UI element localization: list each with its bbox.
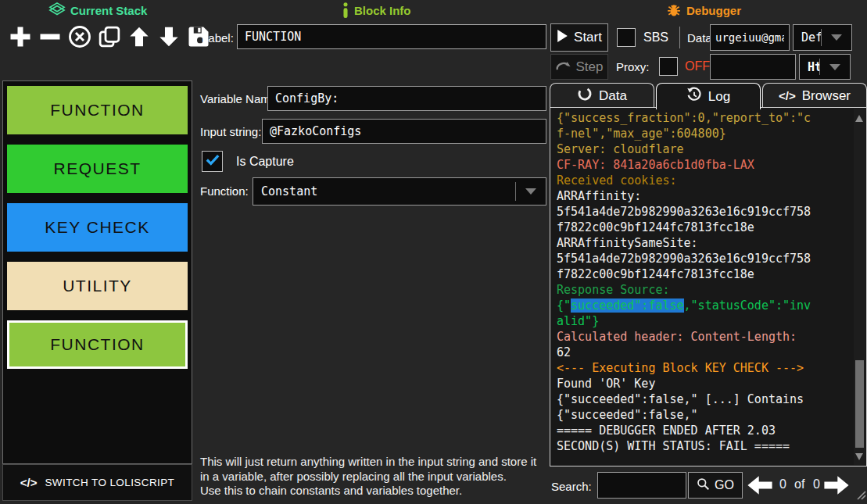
arrow-left-icon: [747, 484, 772, 498]
log-line: Found 'OR' Key: [557, 376, 854, 391]
divider: [819, 59, 820, 75]
proxy-type-dropdown[interactable]: Ht: [799, 54, 851, 80]
switch-to-loliscript-button[interactable]: </> SWITCH TO LOLISCRIPT: [2, 464, 192, 501]
search-result-total: 0: [813, 477, 820, 491]
search-input[interactable]: [597, 472, 686, 499]
stacker-window: Current Stack Block Info Debugger: [0, 0, 867, 504]
stack-block-utility[interactable]: UTILITY: [7, 262, 188, 310]
stack-list: FUNCTIONREQUESTKEY CHECKUTILITYFUNCTION: [2, 80, 192, 464]
chevron-down-icon: [831, 34, 842, 41]
proxy-type-value: Ht: [800, 60, 819, 74]
info-icon: [342, 2, 349, 18]
bug-icon: [666, 2, 682, 18]
data-input[interactable]: [710, 24, 790, 51]
search-icon: [697, 477, 710, 494]
search-result-of: of: [794, 477, 804, 491]
function-caption: Function:: [200, 184, 249, 198]
variable-name-input[interactable]: [267, 86, 546, 111]
search-result-current: 0: [779, 477, 786, 491]
log-lines: {"success_fraction":0,"report_to":"cf-ne…: [550, 108, 854, 466]
proxy-input[interactable]: [710, 54, 796, 80]
step-button[interactable]: Step: [550, 54, 608, 80]
stack-block-function[interactable]: FUNCTION: [7, 86, 188, 134]
tab-log[interactable]: Log: [656, 83, 761, 109]
code-icon: </>: [20, 476, 38, 489]
log-line: ===== DEBUGGER ENDED AFTER 2.03: [557, 423, 854, 438]
log-line: f-nel","max_age":604800}: [557, 126, 854, 141]
log-line: SECOND(S) WITH STATUS: FAIL =====: [557, 438, 854, 454]
block-info-label: Block Info: [354, 4, 411, 17]
arrow-down-icon: [158, 25, 180, 48]
scroll-up-arrow[interactable]: [855, 115, 863, 122]
scroll-down-arrow[interactable]: [855, 453, 863, 460]
stack-block-key-check[interactable]: KEY CHECK: [7, 203, 188, 252]
minus-icon: [38, 25, 62, 48]
chevron-down-icon: [525, 188, 536, 195]
clone-icon: [98, 25, 121, 48]
check-icon: [206, 154, 220, 169]
chevron-down-icon: [829, 64, 840, 70]
function-dropdown[interactable]: Constant: [253, 177, 546, 206]
log-line: Response Source:: [557, 282, 854, 298]
add-block-button[interactable]: [6, 23, 34, 51]
move-up-button[interactable]: [125, 23, 152, 51]
label-input[interactable]: [237, 24, 546, 49]
debugger-tabs: Data Log </> Browser: [550, 83, 867, 108]
log-line: f7822c00c9bf1244fc7813fcc18e: [557, 220, 854, 235]
switch-button-label: SWITCH TO LOLISCRIPT: [45, 477, 174, 488]
block-description: This will just return anything written i…: [200, 455, 550, 499]
sbs-label: SBS: [643, 30, 668, 45]
scroll-thumb[interactable]: [855, 360, 864, 448]
stack-block-request[interactable]: REQUEST: [7, 145, 188, 193]
block-info-title: Block Info: [342, 2, 411, 18]
label-field-caption: Label:: [202, 31, 234, 45]
clear-stack-button[interactable]: [66, 23, 93, 51]
debugger-title: Debugger: [666, 2, 741, 18]
sbs-checkbox[interactable]: [617, 28, 636, 47]
tab-data[interactable]: Data: [550, 83, 654, 108]
arrow-right-icon: [824, 484, 849, 498]
divider: [821, 29, 822, 46]
is-capture-checkbox[interactable]: [202, 151, 223, 172]
stack-toolbar: [6, 23, 212, 51]
input-string-caption: Input string:: [200, 125, 261, 138]
stack-block-function[interactable]: FUNCTION: [7, 320, 188, 369]
log-line: {"succeeded":false," [...] Contains: [557, 391, 854, 407]
arrow-up-icon: [128, 25, 150, 48]
proxy-caption: Proxy:: [616, 60, 650, 73]
function-value: Constant: [253, 184, 515, 198]
code-icon: </>: [779, 89, 796, 102]
tab-browser[interactable]: </> Browser: [762, 83, 867, 108]
log-line: 5f541a4de72b982990a3263e16c919ccf758: [557, 251, 854, 266]
layers-icon: [48, 2, 66, 18]
prev-result-button[interactable]: [747, 475, 772, 499]
log-line: 62: [557, 345, 854, 360]
proxy-checkbox[interactable]: [659, 57, 678, 76]
remove-block-button[interactable]: [36, 23, 63, 51]
divider: [679, 27, 680, 48]
log-line: {"succeeded":false,": [557, 407, 854, 423]
log-line: Received cookies:: [557, 173, 854, 188]
log-line: {"succeeded":false,"statusCode":"inv: [557, 298, 854, 313]
data-type-dropdown[interactable]: Def: [793, 24, 852, 51]
search-go-button[interactable]: GO: [688, 472, 743, 499]
divider: [515, 182, 516, 201]
log-line: <--- Executing Block KEY CHECK --->: [557, 360, 854, 376]
log-line: 5f541a4de72b982990a3263e16c919ccf758: [557, 204, 854, 220]
resize-grip[interactable]: [856, 489, 866, 503]
clone-block-button[interactable]: [95, 23, 123, 51]
move-down-button[interactable]: [155, 23, 182, 51]
circle-x-icon: [68, 25, 91, 48]
current-stack-label: Current Stack: [70, 4, 147, 17]
log-line: {"success_fraction":0,"report_to":"c: [557, 110, 854, 126]
plus-icon: [9, 25, 32, 48]
is-capture-label: Is Capture: [236, 155, 294, 169]
search-caption: Search:: [551, 480, 592, 493]
log-scrollbar[interactable]: [854, 109, 865, 465]
start-button[interactable]: Start: [550, 23, 608, 52]
log-line: f7822c00c9bf1244fc7813fcc18e: [557, 266, 854, 282]
log-line: alid"}: [557, 313, 854, 329]
current-stack-title: Current Stack: [48, 2, 147, 18]
next-result-button[interactable]: [824, 475, 849, 499]
input-string-input[interactable]: [262, 119, 546, 144]
